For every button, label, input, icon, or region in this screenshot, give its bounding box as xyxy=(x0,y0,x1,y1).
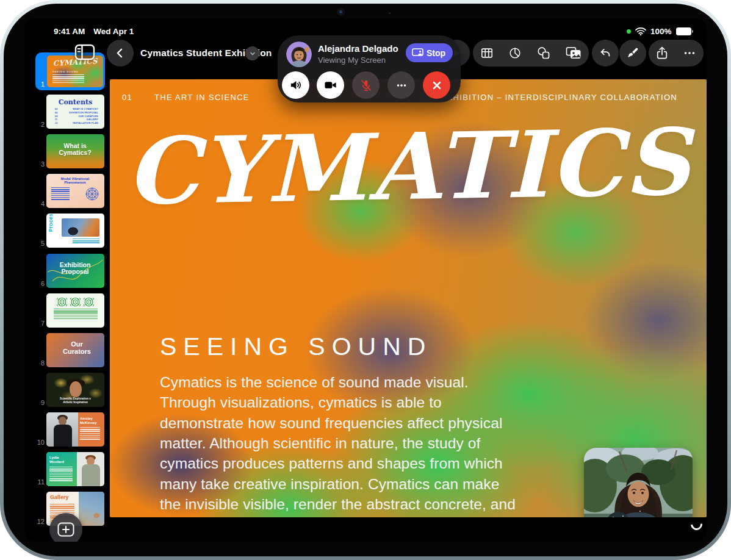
status-left: 9:41 AM Wed Apr 1 xyxy=(54,27,134,36)
thumb-title: Our Curators xyxy=(61,341,93,355)
stop-sharing-button[interactable]: Stop xyxy=(406,43,453,62)
slide-body-text: Cymatics is the science of sound made vi… xyxy=(160,372,521,517)
more-controls-button[interactable] xyxy=(387,71,415,99)
more-button[interactable] xyxy=(683,46,696,60)
thumb-text-lines xyxy=(54,309,98,320)
back-button[interactable] xyxy=(107,40,134,66)
facetime-caller-name: Alejandra Delgado xyxy=(318,43,398,54)
video-camera-icon xyxy=(323,78,337,92)
slide-thumbnail-8[interactable]: 8 Our Curators xyxy=(35,331,105,369)
paintbrush-icon xyxy=(626,46,639,60)
slide-canvas[interactable]: 01 THE ART IN SCIENCE ENT EXHIBITION – I… xyxy=(110,79,707,517)
slide-number: 8 xyxy=(35,359,45,367)
undo-icon xyxy=(599,46,612,60)
slide-thumbnail-5[interactable]: 5 Process xyxy=(35,212,105,249)
thumb-title: Exhibition Proposal xyxy=(56,262,94,275)
stop-label: Stop xyxy=(427,48,445,58)
mandala-pattern xyxy=(84,186,100,202)
thumb-heading: SEEING SOUND xyxy=(52,70,79,73)
camera-button[interactable] xyxy=(317,71,344,99)
thumbnail-preview: Ainsley McKinney xyxy=(46,412,104,447)
thumb-title: Lydia Woolard xyxy=(49,456,70,464)
slide-number: 4 xyxy=(35,200,45,207)
end-call-button[interactable] xyxy=(423,71,450,99)
slide-thumbnail-2[interactable]: 2 Contents 03WHAT IS CYMATICS? 06EXHIBIT… xyxy=(35,93,105,131)
add-slide-button[interactable] xyxy=(49,513,82,542)
thumb-title: Contents xyxy=(46,98,104,106)
thumb-title: Scientific Exploration x Artistic Inspir… xyxy=(46,397,104,404)
insert-table-button[interactable] xyxy=(480,46,494,60)
battery-icon xyxy=(676,27,694,35)
insert-chart-button[interactable] xyxy=(508,46,522,60)
document-title-menu-button[interactable] xyxy=(245,46,259,60)
slide-title: CYMATICS xyxy=(110,104,707,229)
slide-thumbnail-6[interactable]: 6 Exhibition Proposal xyxy=(35,252,105,290)
slide-thumbnail-10[interactable]: 10 Ainsley McKinney xyxy=(35,411,105,448)
thumb-title: Ainsley McKinney xyxy=(80,417,102,425)
speaker-icon xyxy=(289,78,303,92)
slide-thumbnail-3[interactable]: 3 What is Cymatics? xyxy=(35,132,105,170)
insert-shape-button[interactable] xyxy=(536,46,551,60)
wifi-icon xyxy=(635,27,646,35)
thumb-text-lines xyxy=(49,467,73,481)
thumb-photo xyxy=(62,218,99,237)
pip-video-frame xyxy=(584,448,693,517)
ellipsis-icon xyxy=(395,79,408,92)
thumb-title: Gallery xyxy=(50,494,69,500)
thumb-panel: Lydia Woolard xyxy=(46,452,77,486)
share-button[interactable] xyxy=(656,46,668,60)
slide-thumbnail-4[interactable]: 4 Modal Vibrational Phenomenon xyxy=(35,172,105,210)
sidebar-toggle-icon[interactable] xyxy=(74,44,95,60)
plus-icon xyxy=(57,522,74,537)
slide-thumbnail-7[interactable]: 7 xyxy=(35,292,105,329)
facetime-controls-panel[interactable]: Alejandra Delgado Viewing My Screen Stop xyxy=(278,35,461,102)
mute-button[interactable] xyxy=(352,71,380,99)
thumb-contents-list: 03WHAT IS CYMATICS? 06EXHIBITION PROPOSA… xyxy=(55,108,98,126)
close-x-icon xyxy=(431,79,443,92)
status-right: 100% xyxy=(627,27,693,36)
slide-thumbnail-9[interactable]: 9 Scientific Exploration x Artistic Insp… xyxy=(35,371,105,409)
thumbnail-preview: Our Curators xyxy=(46,333,104,367)
thumbnail-preview xyxy=(46,293,104,328)
slide-number: 2 xyxy=(35,121,45,128)
format-button[interactable] xyxy=(619,40,646,66)
thumbnail-preview: What is Cymatics? xyxy=(46,134,104,168)
ellipsis-icon xyxy=(683,46,696,60)
slide-number: 7 xyxy=(35,320,45,327)
slide-number: 11 xyxy=(35,478,45,486)
ipad-device-frame: 9:41 AM Wed Apr 1 100% Cymatic xyxy=(0,0,731,560)
slide-number: 10 xyxy=(35,439,45,446)
thumbnail-preview: Scientific Exploration x Artistic Inspir… xyxy=(46,373,104,407)
slide-number: 1 xyxy=(35,81,45,88)
slide-number: 6 xyxy=(35,280,45,287)
facetime-pip-video[interactable] xyxy=(584,448,693,517)
thumb-title: Modal Vibrational Phenomenon xyxy=(57,177,93,184)
slide-number: 12 xyxy=(35,518,45,525)
table-icon xyxy=(480,46,494,60)
slide-eyebrow-right: ENT EXHIBITION – INTERDISCIPLINARY COLLA… xyxy=(420,93,694,102)
undo-button[interactable] xyxy=(592,40,619,66)
slide-number: 5 xyxy=(35,240,45,247)
slide-thumbnail-11[interactable]: 11 Lydia Woolard xyxy=(35,450,105,488)
insert-media-button[interactable] xyxy=(566,46,582,60)
status-date: Wed Apr 1 xyxy=(93,27,134,36)
shapes-icon xyxy=(536,46,551,60)
thumb-text-lines xyxy=(51,187,70,201)
status-time: 9:41 AM xyxy=(54,27,85,36)
chevron-left-icon xyxy=(114,47,126,59)
thumb-photo xyxy=(79,492,104,526)
speaker-button[interactable] xyxy=(282,71,309,99)
thumb-photo xyxy=(70,381,82,397)
slide-number: 3 xyxy=(35,160,45,168)
front-camera xyxy=(337,8,345,16)
slide-number: 9 xyxy=(35,399,45,406)
facetime-call-status: Viewing My Screen xyxy=(318,56,386,65)
mic-muted-icon xyxy=(359,79,373,92)
thumb-text-lines xyxy=(80,427,100,440)
thumbnail-preview: Lydia Woolard xyxy=(46,452,104,486)
ipad-screen: 9:41 AM Wed Apr 1 100% Cymatic xyxy=(24,18,707,542)
photos-icon xyxy=(566,46,582,60)
corner-swipe-indicator xyxy=(688,516,705,533)
screen-share-icon xyxy=(412,48,423,57)
share-icon xyxy=(656,46,668,60)
